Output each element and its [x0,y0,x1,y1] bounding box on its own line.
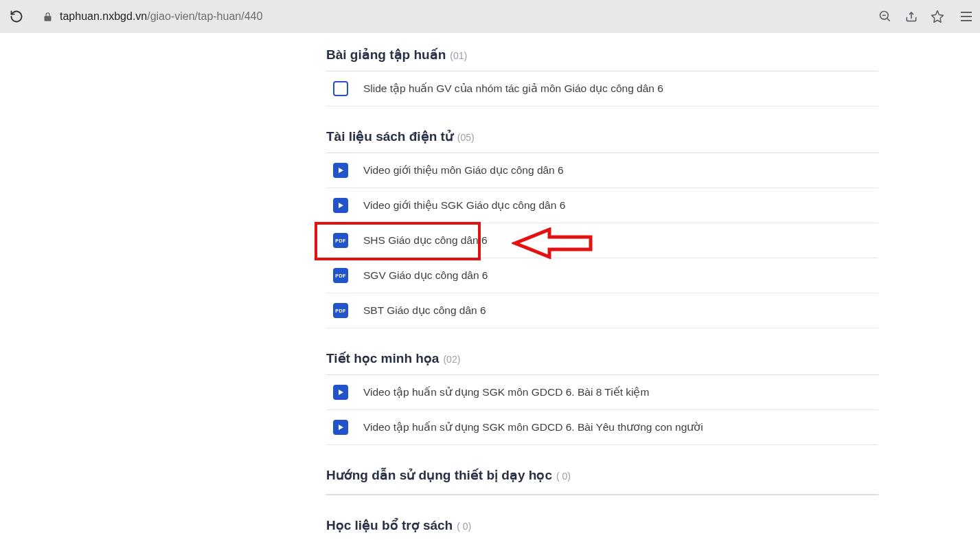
star-icon[interactable] [931,10,944,23]
section-title: Hướng dẫn sử dụng thiết bị dạy học( 0) [326,467,878,495]
section-title-text: Tiết học minh họa [326,350,439,366]
pdf-icon: PDF [333,303,348,318]
section-title-text: Bài giảng tập huấn [326,47,446,63]
browser-toolbar: taphuan.nxbgd.vn/giao-vien/tap-huan/440 [0,0,980,33]
list-item[interactable]: Video giới thiệu môn Giáo dục công dân 6 [326,153,878,188]
item-label: Slide tập huấn GV của nhóm tác giả môn G… [363,82,663,95]
section-title: Học liệu bổ trợ sách( 0) [326,517,878,540]
list-item[interactable]: PDFSBT Giáo dục công dân 6 [326,293,878,328]
svg-line-1 [887,19,890,21]
address-bar[interactable]: taphuan.nxbgd.vn/giao-vien/tap-huan/440 [33,5,870,28]
section-title-text: Học liệu bổ trợ sách [326,517,453,533]
video-icon [333,420,348,435]
section-count: ( 0) [457,521,471,532]
section-count: (05) [457,132,475,143]
section-title: Tài liệu sách điện tử(05) [326,128,878,153]
divider [326,495,878,495]
item-label: Video giới thiệu SGK Giáo dục công dân 6 [363,199,565,212]
section-title: Bài giảng tập huấn(01) [326,47,878,71]
page-content: Bài giảng tập huấn(01)Slide tập huấn GV … [0,33,980,540]
section-title: Tiết học minh họa(02) [326,350,878,374]
section: Tài liệu sách điện tử(05)Video giới thiệ… [326,128,878,328]
item-label: SBT Giáo dục công dân 6 [363,304,486,317]
pdf-icon: PDF [333,233,348,248]
item-label: Video tập huấn sử dụng SGK môn GDCD 6. B… [363,386,649,398]
section: Hướng dẫn sử dụng thiết bị dạy học( 0) [326,467,878,495]
share-icon[interactable] [904,10,918,23]
zoom-out-icon[interactable] [878,10,892,23]
video-icon [333,163,348,178]
browser-actions [878,10,972,23]
section: Học liệu bổ trợ sách( 0) [326,517,878,540]
section-title-text: Hướng dẫn sử dụng thiết bị dạy học [326,467,552,483]
list-item[interactable]: Slide tập huấn GV của nhóm tác giả môn G… [326,71,878,106]
list-item[interactable]: Video giới thiệu SGK Giáo dục công dân 6 [326,188,878,223]
section: Bài giảng tập huấn(01)Slide tập huấn GV … [326,47,878,106]
list-item[interactable]: Video tập huấn sử dụng SGK môn GDCD 6. B… [326,375,878,410]
item-label: Video tập huấn sử dụng SGK môn GDCD 6. B… [363,421,703,434]
list-item[interactable]: PDFSGV Giáo dục công dân 6 [326,258,878,293]
pdf-icon: PDF [333,268,348,283]
svg-marker-7 [339,390,343,395]
section-count: (02) [443,354,460,365]
reload-button[interactable] [8,8,25,25]
section-title-text: Tài liệu sách điện tử [326,128,453,144]
arrow-annotation [512,227,594,262]
video-icon [333,385,348,400]
svg-marker-4 [932,11,944,23]
item-label: SGV Giáo dục công dân 6 [363,269,488,282]
lock-icon [43,12,53,22]
section-count: ( 0) [556,471,571,482]
section: Tiết học minh họa(02)Video tập huấn sử d… [326,350,878,445]
svg-marker-8 [339,425,343,430]
list-item[interactable]: Video tập huấn sử dụng SGK môn GDCD 6. B… [326,410,878,445]
section-count: (01) [450,50,467,61]
menu-icon[interactable] [961,12,972,21]
svg-marker-6 [339,203,343,208]
item-label: SHS Giáo dục công dân 6 [363,234,488,247]
url-text: taphuan.nxbgd.vn/giao-vien/tap-huan/440 [60,10,262,23]
video-icon [333,198,348,213]
slide-icon [333,81,348,96]
item-label: Video giới thiệu môn Giáo dục công dân 6 [363,164,564,177]
list-item[interactable]: PDFSHS Giáo dục công dân 6 [326,223,878,258]
svg-marker-5 [339,168,343,173]
